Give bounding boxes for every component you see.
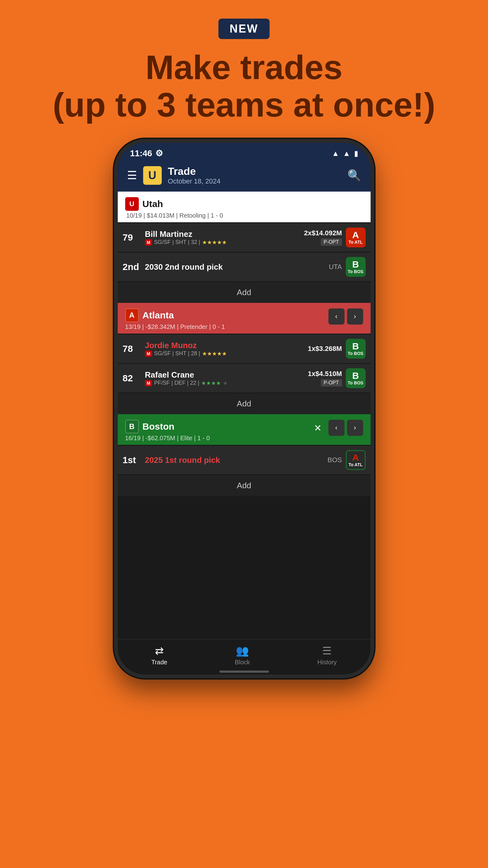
dest-badge-bos[interactable]: B To BOS: [346, 339, 366, 359]
dest-label: To ATL: [349, 462, 363, 467]
headline: Make trades (up to 3 teams at once!): [53, 49, 435, 123]
utah-add-row[interactable]: Add: [118, 282, 370, 303]
player-name: Rafael Crane: [145, 370, 298, 380]
dest-badge-bos[interactable]: B To BOS: [346, 368, 366, 388]
dest-logo: B: [352, 342, 359, 351]
next-arrow[interactable]: ›: [347, 420, 363, 436]
headline-line1: Make trades: [53, 49, 435, 86]
close-button[interactable]: ✕: [310, 420, 326, 436]
boston-header-right: ✕ ‹ ›: [310, 420, 363, 436]
player-name: Jordie Munoz: [145, 341, 298, 350]
p-opt-badge: P-OPT: [321, 238, 342, 246]
dest-badge-atl-outlined[interactable]: A To ATL: [346, 450, 366, 470]
atlanta-header: A Atlanta 13/19 | -$28.342M | Pretender …: [118, 303, 370, 334]
prev-arrow[interactable]: ‹: [328, 308, 345, 324]
header-title: Trade: [168, 165, 221, 177]
atlanta-add-button[interactable]: Add: [237, 399, 251, 408]
nav-item-trade[interactable]: ⇄ Trade: [151, 645, 167, 666]
header-title-area: Trade October 18, 2024: [168, 165, 221, 185]
dest-label: To BOS: [348, 380, 363, 385]
player-sub: M SG/SF | SHT | 32 | ★★★★★: [145, 239, 298, 246]
player-right: 2x$14.092M P-OPT: [302, 229, 342, 246]
bos-badge: BOS: [327, 456, 342, 464]
player-right: 1x$3.268M: [302, 345, 342, 353]
atlanta-section: A Atlanta 13/19 | -$28.342M | Pretender …: [118, 303, 370, 414]
uta-badge: UTA: [329, 263, 342, 271]
app-header: ☰ U Trade October 18, 2024 🔍: [118, 161, 370, 192]
team-logo-header: U: [143, 166, 162, 185]
table-row: 79 Bill Martinez M SG/SF | SHT | 32 | ★★…: [118, 223, 370, 252]
boston-nav-arrows: ‹ ›: [328, 420, 363, 436]
boston-add-button[interactable]: Add: [237, 481, 251, 490]
utah-stats: 10/19 | $14.013M | Retooling | 1 - 0: [125, 212, 363, 219]
stars: ★★★★★: [202, 350, 227, 357]
atlanta-nav-arrows: ‹ ›: [328, 308, 363, 324]
bottom-nav: ⇄ Trade 👥 Block ☰ History: [118, 639, 370, 669]
stars-empty: ★: [223, 380, 228, 386]
player-right: BOS: [302, 456, 342, 464]
utah-name: Utah: [142, 199, 163, 209]
player-info: Rafael Crane M PF/SF | DEF | 22 | ★★★★★: [145, 370, 298, 386]
player-info: 2030 2nd round pick: [145, 262, 298, 272]
atlanta-stats: 13/19 | -$28.342M | Pretender | 0 - 1: [125, 323, 225, 331]
utah-section: U Utah 10/19 | $14.013M | Retooling | 1 …: [118, 192, 370, 303]
m-badge: M: [145, 351, 153, 357]
stars: ★★★★: [201, 380, 221, 386]
player-name: Bill Martinez: [145, 229, 298, 239]
player-info: Bill Martinez M SG/SF | SHT | 32 | ★★★★★: [145, 229, 298, 246]
menu-icon[interactable]: ☰: [127, 169, 137, 182]
nav-label-block: Block: [235, 659, 250, 666]
atlanta-name: Atlanta: [142, 310, 174, 320]
m-badge: M: [145, 380, 153, 386]
gear-icon: ⚙: [155, 148, 163, 158]
home-bar: [219, 671, 269, 673]
trade-icon: ⇄: [155, 645, 164, 657]
p-opt-badge: P-OPT: [321, 379, 342, 386]
boston-logo: B: [125, 420, 139, 433]
player-number: 79: [123, 232, 141, 243]
battery-icon: ▮: [354, 149, 358, 158]
player-number: 82: [123, 373, 141, 383]
boston-stats: 16/19 | -$62.075M | Elite | 1 - 0: [125, 435, 210, 442]
boston-add-row[interactable]: Add: [118, 475, 370, 496]
dest-logo: A: [352, 230, 359, 240]
atlanta-add-row[interactable]: Add: [118, 393, 370, 414]
nav-label-history: History: [317, 659, 336, 666]
player-number: 78: [123, 343, 141, 354]
boston-header: B Boston 16/19 | -$62.075M | Elite | 1 -…: [118, 414, 370, 445]
history-icon: ☰: [322, 645, 331, 657]
dest-label: To ATL: [349, 240, 363, 245]
header-left: ☰ U Trade October 18, 2024: [127, 165, 221, 185]
dest-label: To BOS: [348, 351, 363, 356]
phone: 11:46 ⚙ ▲ ▲ ▮ ☰ U Trade October 18, 2024…: [114, 139, 374, 678]
next-arrow[interactable]: ›: [347, 308, 363, 324]
nav-label-trade: Trade: [151, 659, 167, 666]
dest-logo: B: [352, 371, 359, 380]
stars: ★★★★★: [202, 239, 227, 246]
table-row: 78 Jordie Munoz M SG/SF | SHT | 28 | ★★★…: [118, 335, 370, 363]
boston-name: Boston: [142, 421, 174, 432]
table-row: 82 Rafael Crane M PF/SF | DEF | 22 | ★★★…: [118, 364, 370, 393]
time-text: 11:46: [130, 149, 153, 158]
player-info: 2025 1st round pick: [145, 455, 298, 465]
status-time: 11:46 ⚙: [130, 148, 163, 158]
status-icons: ▲ ▲ ▮: [332, 149, 358, 158]
dest-badge-atl[interactable]: A To ATL: [346, 227, 366, 247]
player-contract: 1x$4.510M: [308, 370, 342, 378]
home-indicator: [118, 669, 370, 675]
atlanta-header-info: A Atlanta 13/19 | -$28.342M | Pretender …: [125, 308, 225, 331]
search-button[interactable]: 🔍: [347, 169, 361, 182]
prev-arrow[interactable]: ‹: [328, 420, 345, 436]
header-date: October 18, 2024: [168, 177, 221, 185]
nav-item-block[interactable]: 👥 Block: [235, 645, 250, 666]
player-right: UTA: [302, 263, 342, 271]
wifi-icon: ▲: [332, 149, 339, 158]
table-row: 1st 2025 1st round pick BOS A To ATL: [118, 446, 370, 474]
block-icon: 👥: [236, 645, 249, 657]
table-row: 2nd 2030 2nd round pick UTA B To BOS: [118, 253, 370, 281]
nav-item-history[interactable]: ☰ History: [317, 645, 336, 666]
utah-add-button[interactable]: Add: [237, 288, 251, 297]
player-contract: 2x$14.092M: [304, 229, 342, 237]
dest-badge-bos[interactable]: B To BOS: [346, 257, 366, 277]
atlanta-logo: A: [125, 308, 139, 322]
